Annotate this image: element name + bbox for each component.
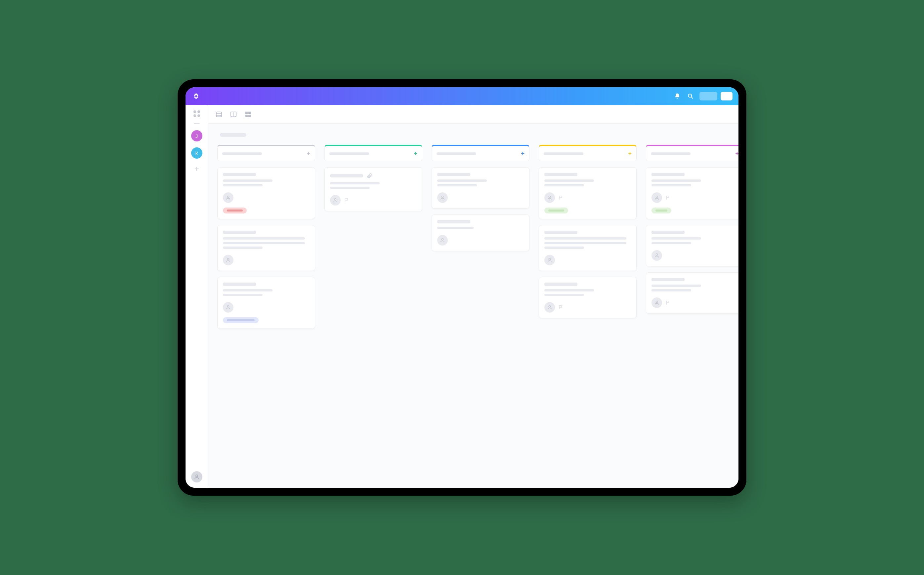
- card-title-placeholder: [437, 220, 470, 223]
- grid-view-icon[interactable]: [244, 110, 252, 119]
- search-icon[interactable]: [686, 92, 695, 100]
- add-card-button[interactable]: +: [735, 150, 738, 157]
- card-text-placeholder: [223, 184, 263, 186]
- card-title-placeholder: [652, 231, 685, 234]
- view-tabs: [208, 105, 738, 124]
- assignee-avatar-icon[interactable]: [223, 302, 234, 313]
- svg-point-4: [196, 475, 198, 477]
- card-text-placeholder: [544, 237, 626, 240]
- assignee-avatar-icon[interactable]: [437, 192, 448, 203]
- card-text-placeholder: [544, 184, 584, 186]
- sidebar: J k: [186, 105, 208, 488]
- svg-point-21: [549, 259, 550, 260]
- assignee-avatar-icon[interactable]: [223, 255, 234, 265]
- kanban-column: +: [217, 145, 315, 477]
- flag-icon: [344, 198, 349, 203]
- notifications-bell-icon[interactable]: [673, 92, 682, 100]
- svg-point-0: [688, 94, 691, 97]
- topbar-action-pill[interactable]: [699, 92, 717, 100]
- workspace-avatar-k[interactable]: k: [191, 148, 202, 159]
- column-title-placeholder: [222, 152, 262, 155]
- attachment-icon: [366, 173, 372, 179]
- assignee-avatar-icon[interactable]: [437, 235, 448, 246]
- column-header[interactable]: +: [646, 145, 738, 161]
- card-text-placeholder: [437, 227, 473, 229]
- card-title-placeholder: [223, 173, 256, 176]
- column-cards: [217, 167, 315, 329]
- card-text-placeholder: [223, 242, 305, 244]
- app-logo-icon[interactable]: [191, 92, 201, 101]
- svg-point-25: [656, 301, 658, 303]
- sidebar-divider: [194, 123, 200, 124]
- column-header[interactable]: +: [324, 145, 422, 161]
- board-area: +: [208, 124, 738, 488]
- kanban-column: +: [646, 145, 738, 477]
- column-title-placeholder: [330, 152, 369, 155]
- column-header[interactable]: +: [432, 145, 529, 161]
- workspace-avatar-j[interactable]: J: [191, 130, 202, 141]
- task-card[interactable]: [539, 277, 637, 318]
- workspace-avatar-letter: J: [196, 133, 198, 139]
- board-view-icon[interactable]: [229, 110, 238, 119]
- task-card[interactable]: [217, 167, 315, 219]
- column-title-placeholder: [544, 152, 583, 155]
- column-cards: [432, 167, 529, 251]
- svg-rect-5: [216, 112, 222, 117]
- add-card-button[interactable]: +: [307, 150, 310, 157]
- column-header[interactable]: +: [217, 145, 315, 161]
- add-card-button[interactable]: +: [414, 150, 417, 157]
- assignee-avatar-icon[interactable]: [544, 192, 555, 203]
- svg-point-19: [441, 238, 443, 240]
- card-text-placeholder: [652, 284, 701, 287]
- task-card[interactable]: [646, 167, 738, 219]
- topbar-avatar-block[interactable]: [721, 92, 733, 100]
- workspace-avatar-letter: k: [196, 150, 198, 156]
- assignee-avatar-icon[interactable]: [223, 192, 234, 203]
- column-header[interactable]: +: [539, 145, 637, 161]
- task-card[interactable]: [324, 167, 422, 211]
- flag-icon: [558, 305, 564, 310]
- task-card[interactable]: [432, 214, 529, 251]
- card-text-placeholder: [437, 179, 487, 182]
- assignee-avatar-icon[interactable]: [652, 192, 662, 203]
- task-card[interactable]: [217, 277, 315, 329]
- card-tag: [223, 317, 259, 323]
- task-card[interactable]: [539, 225, 637, 271]
- card-title-placeholder: [330, 174, 363, 178]
- add-card-button[interactable]: +: [628, 150, 632, 157]
- board-title-placeholder: [220, 133, 246, 137]
- task-card[interactable]: [646, 225, 738, 266]
- flag-icon: [665, 300, 671, 305]
- task-card[interactable]: [646, 272, 738, 314]
- flag-icon: [558, 195, 564, 200]
- list-view-icon[interactable]: [215, 110, 223, 119]
- card-text-placeholder: [223, 294, 263, 296]
- workspace-switcher-icon[interactable]: [193, 110, 200, 117]
- card-title-placeholder: [652, 173, 685, 176]
- kanban-column: +: [324, 145, 422, 477]
- flag-icon: [665, 195, 671, 200]
- card-text-placeholder: [652, 179, 701, 182]
- svg-point-23: [656, 196, 658, 198]
- user-profile-icon[interactable]: [191, 471, 202, 483]
- add-workspace-button[interactable]: [193, 165, 201, 173]
- card-text-placeholder: [544, 289, 594, 291]
- assignee-avatar-icon[interactable]: [652, 250, 662, 261]
- card-title-placeholder: [544, 283, 577, 286]
- assignee-avatar-icon[interactable]: [330, 195, 341, 205]
- add-card-button[interactable]: +: [521, 150, 524, 157]
- svg-point-20: [549, 196, 550, 198]
- task-card[interactable]: [432, 167, 529, 208]
- card-text-placeholder: [544, 294, 584, 296]
- assignee-avatar-icon[interactable]: [652, 297, 662, 308]
- task-card[interactable]: [539, 167, 637, 219]
- task-card[interactable]: [217, 225, 315, 271]
- assignee-avatar-icon[interactable]: [544, 302, 555, 313]
- kanban-columns: +: [217, 145, 738, 477]
- column-title-placeholder: [437, 152, 476, 155]
- card-text-placeholder: [544, 179, 594, 182]
- assignee-avatar-icon[interactable]: [544, 255, 555, 265]
- svg-point-16: [227, 306, 229, 307]
- app-screen: J k: [186, 87, 738, 488]
- svg-point-14: [227, 196, 229, 198]
